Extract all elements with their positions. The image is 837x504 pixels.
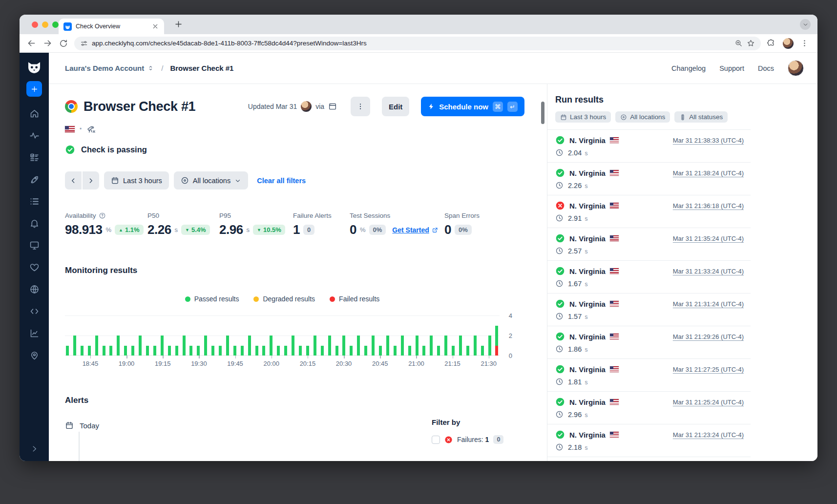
- chart-bar[interactable]: [73, 336, 76, 356]
- legend-passed[interactable]: Passed results: [185, 295, 239, 303]
- chart-bar[interactable]: [394, 346, 397, 356]
- chart-bar[interactable]: [175, 346, 178, 356]
- clear-filters-link[interactable]: Clear all filters: [257, 177, 306, 185]
- chart-bar[interactable]: [161, 336, 164, 356]
- chart-bar[interactable]: [183, 336, 186, 356]
- time-range-filter-button[interactable]: Last 3 hours: [104, 171, 169, 189]
- address-bar[interactable]: app.checklyhq.com/checks/e45dacab-8de1-4…: [74, 37, 761, 50]
- chart-bar[interactable]: [488, 336, 491, 356]
- run-result-row[interactable]: N. Virginia Mar 31 21:27:25 (UTC-4) 1.81…: [547, 358, 751, 391]
- chart-bar[interactable]: [430, 336, 433, 356]
- chart-bar[interactable]: [481, 346, 484, 356]
- run-result-row[interactable]: N. Virginia Mar 31 21:21:24 (UTC-4) 2.12…: [547, 457, 751, 461]
- chart-bar[interactable]: [452, 346, 455, 356]
- sidebar-collapse-chevron-icon[interactable]: [20, 444, 49, 453]
- bookmark-star-icon[interactable]: [747, 39, 755, 47]
- chart-bar[interactable]: [262, 346, 265, 356]
- chart-bar[interactable]: [459, 336, 462, 356]
- sidebar-item-rocket[interactable]: [23, 168, 45, 190]
- chart-bar[interactable]: [306, 346, 309, 356]
- run-result-row[interactable]: N. Virginia Mar 31 21:38:24 (UTC-4) 2.26…: [547, 162, 751, 195]
- chart-bar[interactable]: [386, 336, 389, 356]
- chart-bar[interactable]: [124, 346, 127, 356]
- chart-bar[interactable]: [270, 336, 272, 356]
- reload-icon[interactable]: [59, 39, 68, 48]
- run-date-link[interactable]: Mar 31 21:25:24 (UTC-4): [673, 399, 744, 406]
- run-result-row[interactable]: N. Virginia Mar 31 21:25:24 (UTC-4) 2.96…: [547, 391, 751, 424]
- schedule-now-button[interactable]: Schedule now ⌘ ↵: [421, 97, 524, 116]
- extensions-puzzle-icon[interactable]: [767, 39, 776, 48]
- run-date-link[interactable]: Mar 31 21:35:24 (UTC-4): [673, 235, 744, 242]
- run-date-link[interactable]: Mar 31 21:27:25 (UTC-4): [673, 366, 744, 373]
- support-link[interactable]: Support: [719, 64, 744, 72]
- forward-icon[interactable]: [42, 38, 53, 48]
- run-date-link[interactable]: Mar 31 21:38:24 (UTC-4): [673, 169, 744, 177]
- run-date-link[interactable]: Mar 31 21:23:24 (UTC-4): [673, 431, 744, 439]
- docs-link[interactable]: Docs: [758, 64, 774, 72]
- url-text[interactable]: app.checklyhq.com/checks/e45dacab-8de1-4…: [92, 40, 731, 47]
- chart-bar[interactable]: [444, 336, 447, 356]
- chart-bar[interactable]: [277, 346, 280, 356]
- chart-bar[interactable]: [146, 346, 149, 356]
- user-avatar[interactable]: [788, 60, 804, 76]
- sidebar-item-private-locations[interactable]: [23, 278, 45, 300]
- chart-bar[interactable]: [168, 346, 171, 356]
- failures-checkbox[interactable]: [432, 436, 440, 444]
- run-result-row[interactable]: N. Virginia Mar 31 21:33:24 (UTC-4) 1.67…: [547, 260, 751, 293]
- chart-bar[interactable]: [248, 336, 251, 356]
- chart-bar[interactable]: [314, 336, 316, 356]
- minimize-window-button[interactable]: [42, 21, 48, 28]
- sidebar-item-logs[interactable]: [23, 190, 45, 212]
- run-result-row[interactable]: N. Virginia Mar 31 21:35:24 (UTC-4) 2.57…: [547, 228, 751, 260]
- get-started-link[interactable]: Get Started: [392, 226, 438, 234]
- chart-bar[interactable]: [372, 336, 375, 356]
- chart-bar[interactable]: [66, 346, 69, 356]
- chip-all-statuses[interactable]: All statuses: [674, 111, 728, 123]
- chart-bar[interactable]: [109, 346, 112, 356]
- chart-bar[interactable]: [284, 346, 287, 356]
- chip-all-locations[interactable]: All locations: [615, 111, 670, 123]
- chart-bar[interactable]: [241, 346, 244, 356]
- browser-menu-icon[interactable]: [800, 39, 809, 47]
- chart-bar[interactable]: [219, 346, 222, 356]
- sidebar-item-activity[interactable]: [23, 125, 45, 147]
- tab-search-button[interactable]: [800, 19, 811, 30]
- run-date-link[interactable]: Mar 31 21:31:24 (UTC-4): [673, 300, 744, 308]
- run-result-row[interactable]: N. Virginia Mar 31 21:29:26 (UTC-4) 1.86…: [547, 326, 751, 358]
- main-scrollbar[interactable]: [541, 102, 544, 124]
- chart-bar[interactable]: [342, 336, 345, 356]
- zoom-icon[interactable]: [734, 39, 743, 47]
- checkly-logo[interactable]: [26, 58, 42, 74]
- sidebar-item-home[interactable]: [23, 103, 45, 125]
- chart-bar[interactable]: [299, 346, 302, 356]
- browser-tab[interactable]: Check Overview: [59, 19, 164, 34]
- run-date-link[interactable]: Mar 31 21:29:26 (UTC-4): [673, 333, 744, 340]
- chart-bar[interactable]: [474, 336, 477, 356]
- chart-bar[interactable]: [321, 346, 324, 356]
- chart-bar[interactable]: [189, 346, 192, 356]
- updated-by-avatar[interactable]: [301, 101, 312, 112]
- sidebar-item-locations-pin[interactable]: [23, 344, 45, 366]
- chart-bar[interactable]: [328, 336, 331, 356]
- sidebar-item-heartbeats[interactable]: [23, 256, 45, 278]
- chart-bar[interactable]: [335, 346, 338, 356]
- changelog-link[interactable]: Changelog: [671, 64, 706, 72]
- chart-bar[interactable]: [153, 346, 156, 356]
- chart-bar[interactable]: [255, 346, 258, 356]
- run-result-row[interactable]: N. Virginia Mar 31 21:36:18 (UTC-4) 2.91…: [547, 195, 751, 228]
- chart-bar[interactable]: [350, 346, 353, 356]
- run-result-row[interactable]: N. Virginia Mar 31 21:31:24 (UTC-4) 1.57…: [547, 293, 751, 326]
- sidebar-item-snippets-code[interactable]: [23, 300, 45, 322]
- chart-bar[interactable]: [401, 336, 404, 356]
- chart-bar[interactable]: [408, 346, 411, 356]
- chart-bar[interactable]: [197, 346, 200, 356]
- locations-filter-button[interactable]: All locations: [174, 171, 248, 189]
- legend-failed[interactable]: Failed results: [330, 295, 379, 303]
- browser-profile-avatar[interactable]: [783, 38, 794, 49]
- tab-close-icon[interactable]: [151, 22, 159, 30]
- legend-degraded[interactable]: Degraded results: [253, 295, 315, 303]
- chart-bar[interactable]: [81, 346, 84, 356]
- maximize-window-button[interactable]: [52, 21, 59, 28]
- back-icon[interactable]: [26, 38, 37, 48]
- site-info-icon[interactable]: [80, 40, 88, 47]
